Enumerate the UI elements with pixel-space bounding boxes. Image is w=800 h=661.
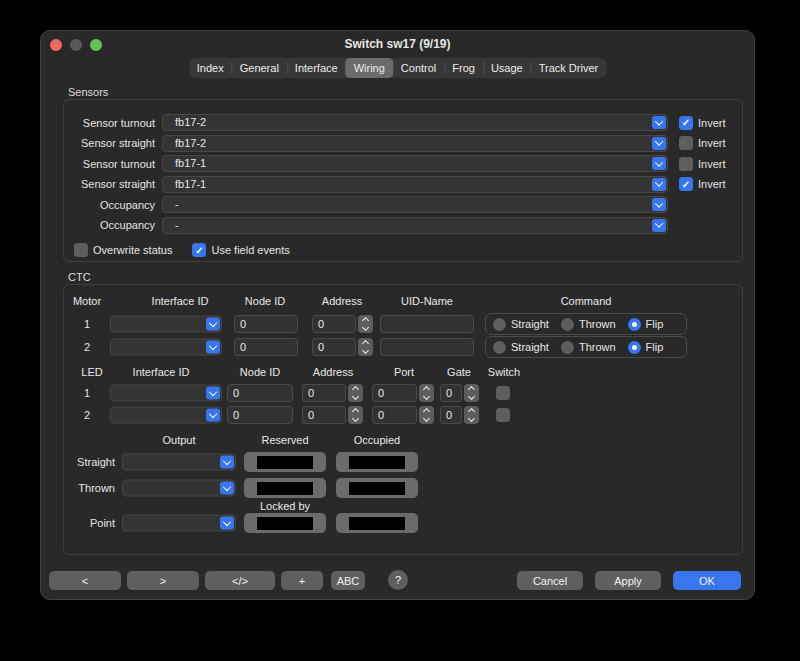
led-node-id-field[interactable]: 0 — [227, 406, 293, 424]
apply-button[interactable]: Apply — [595, 571, 661, 590]
command-thrown-radio[interactable] — [561, 341, 574, 354]
motor-address-field[interactable]: 0 — [312, 338, 356, 356]
close-window-button[interactable] — [50, 39, 62, 51]
tab-frog[interactable]: Frog — [444, 58, 483, 78]
command-thrown-radio[interactable] — [561, 318, 574, 331]
command-flip-radio[interactable] — [628, 341, 641, 354]
chevron-down-icon[interactable] — [220, 482, 234, 495]
led-gate-field[interactable]: 0 — [440, 406, 462, 424]
invert-checkbox-label[interactable]: Invert — [698, 158, 726, 170]
chevron-down-icon[interactable] — [652, 157, 666, 170]
invert-checkbox-label[interactable]: Invert — [698, 117, 726, 129]
motor-node-id-field[interactable]: 0 — [234, 315, 298, 333]
led-port-field[interactable]: 0 — [372, 384, 417, 402]
tab-control[interactable]: Control — [393, 58, 444, 78]
invert-checkbox[interactable] — [679, 116, 693, 130]
sensor-turnout-combo[interactable]: fb17-2 — [162, 114, 668, 131]
motor-address-field[interactable]: 0 — [312, 315, 356, 333]
command-straight-radio[interactable] — [493, 341, 506, 354]
led-address-stepper[interactable] — [348, 406, 363, 424]
command-straight-radio[interactable] — [493, 318, 506, 331]
chevron-down-icon[interactable] — [652, 178, 666, 191]
motor-node-id-field[interactable]: 0 — [234, 338, 298, 356]
abc-rename-button[interactable]: ABC — [331, 571, 365, 590]
led-port-field[interactable]: 0 — [372, 406, 417, 424]
chevron-down-icon[interactable] — [652, 198, 666, 211]
invert-checkbox[interactable] — [679, 136, 693, 150]
motor-address-stepper[interactable] — [358, 338, 373, 356]
cancel-button[interactable]: Cancel — [517, 571, 583, 590]
tab-wiring[interactable]: Wiring — [346, 58, 393, 78]
chevron-down-icon[interactable] — [652, 219, 666, 232]
led-interface-id-combo[interactable] — [110, 407, 222, 424]
led-switch-checkbox[interactable] — [496, 408, 510, 422]
next-object-button[interactable]: > — [127, 571, 199, 590]
chevron-down-icon[interactable] — [220, 517, 234, 530]
use-field-events-checkbox[interactable] — [192, 243, 206, 257]
add-button[interactable]: + — [281, 571, 323, 590]
command-straight-label[interactable]: Straight — [511, 341, 549, 353]
sensor-straight-combo[interactable]: fb17-2 — [162, 135, 668, 152]
led-port-stepper[interactable] — [419, 406, 434, 424]
sensor-straight-combo-2[interactable]: fb17-1 — [162, 176, 668, 193]
chevron-down-icon[interactable] — [652, 116, 666, 129]
overwrite-status-label[interactable]: Overwrite status — [93, 244, 172, 256]
tab-index[interactable]: Index — [189, 58, 232, 78]
command-thrown-label[interactable]: Thrown — [579, 341, 616, 353]
motor-uid-name-field[interactable] — [380, 338, 474, 356]
occupancy-combo-1[interactable]: - — [162, 196, 668, 213]
led-address-field[interactable]: 0 — [302, 384, 346, 402]
led-switch-checkbox[interactable] — [496, 386, 510, 400]
thrown-occupied-display[interactable] — [336, 478, 418, 498]
zoom-window-button[interactable] — [90, 39, 102, 51]
tab-interface[interactable]: Interface — [287, 58, 346, 78]
motor-interface-id-combo[interactable] — [110, 316, 222, 333]
point-locked-by-display[interactable] — [244, 513, 326, 533]
chevron-down-icon[interactable] — [206, 409, 220, 422]
help-button[interactable]: ? — [388, 570, 408, 590]
chevron-down-icon[interactable] — [652, 137, 666, 150]
previous-object-button[interactable]: < — [49, 571, 121, 590]
straight-occupied-display[interactable] — [336, 452, 418, 472]
invert-checkbox[interactable] — [679, 177, 693, 191]
tab-usage[interactable]: Usage — [483, 58, 531, 78]
overwrite-status-checkbox[interactable] — [74, 243, 88, 257]
invert-checkbox-label[interactable]: Invert — [698, 137, 726, 149]
use-field-events-label[interactable]: Use field events — [211, 244, 289, 256]
led-gate-field[interactable]: 0 — [440, 384, 462, 402]
thrown-reserved-display[interactable] — [244, 478, 326, 498]
led-node-id-field[interactable]: 0 — [227, 384, 293, 402]
command-flip-label[interactable]: Flip — [646, 341, 664, 353]
motor-address-stepper[interactable] — [358, 315, 373, 333]
command-thrown-label[interactable]: Thrown — [579, 318, 616, 330]
occupancy-combo-2[interactable]: - — [162, 217, 668, 234]
point-occupied-display[interactable] — [336, 513, 418, 533]
ok-button[interactable]: OK — [673, 571, 741, 590]
led-address-field[interactable]: 0 — [302, 406, 346, 424]
led-address-stepper[interactable] — [348, 384, 363, 402]
tab-track-driver[interactable]: Track Driver — [531, 58, 606, 78]
xml-code-button[interactable]: </> — [205, 571, 275, 590]
chevron-down-icon[interactable] — [206, 387, 220, 400]
invert-checkbox[interactable] — [679, 157, 693, 171]
led-gate-stepper[interactable] — [464, 406, 479, 424]
invert-checkbox-label[interactable]: Invert — [698, 178, 726, 190]
motor-uid-name-field[interactable] — [380, 315, 474, 333]
led-interface-id-combo[interactable] — [110, 385, 222, 402]
tab-general[interactable]: General — [232, 58, 287, 78]
sensor-turnout-combo-2[interactable]: fb17-1 — [162, 155, 668, 172]
minimize-window-button[interactable] — [70, 39, 82, 51]
chevron-down-icon[interactable] — [220, 456, 234, 469]
command-flip-label[interactable]: Flip — [646, 318, 664, 330]
point-output-combo[interactable] — [122, 515, 236, 532]
command-flip-radio[interactable] — [628, 318, 641, 331]
command-straight-label[interactable]: Straight — [511, 318, 549, 330]
motor-interface-id-combo[interactable] — [110, 339, 222, 356]
straight-output-combo[interactable] — [122, 454, 236, 471]
led-port-stepper[interactable] — [419, 384, 434, 402]
straight-reserved-display[interactable] — [244, 452, 326, 472]
chevron-down-icon[interactable] — [206, 341, 220, 354]
thrown-output-combo[interactable] — [122, 480, 236, 497]
chevron-down-icon[interactable] — [206, 318, 220, 331]
led-gate-stepper[interactable] — [464, 384, 479, 402]
